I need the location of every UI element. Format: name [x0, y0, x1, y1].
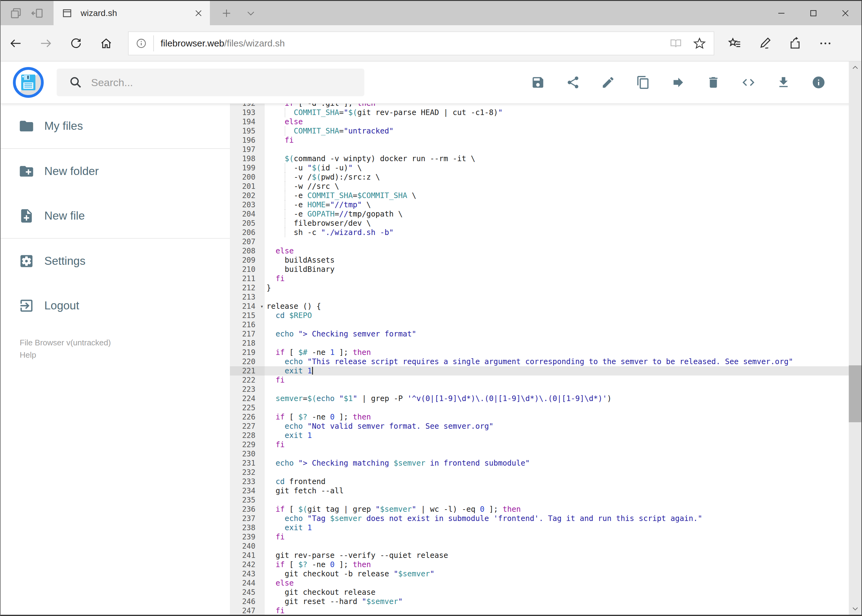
code-text[interactable]: if [ $? -ne 0 ]; then — [265, 560, 849, 569]
code-line[interactable]: 240 — [230, 542, 849, 551]
set-tabs-aside-icon[interactable] — [31, 6, 44, 20]
delete-button[interactable] — [706, 75, 720, 90]
code-text[interactable]: exit 1 — [265, 366, 849, 376]
code-text[interactable]: if [ $(git tag | grep "$semver" | wc -l)… — [265, 504, 849, 514]
code-line[interactable]: 209 buildAssets — [230, 256, 849, 265]
fold-arrow-icon[interactable]: ▾ — [260, 302, 263, 311]
code-text[interactable]: echo "> Checking semver format" — [265, 329, 849, 339]
code-line[interactable]: 196 fi — [230, 136, 849, 145]
code-line[interactable]: 217 echo "> Checking semver format" — [230, 329, 849, 339]
scrollbar-down-arrow-icon[interactable] — [849, 602, 861, 615]
tab-list-chevron-icon[interactable] — [246, 8, 256, 19]
code-editor[interactable]: 192 if [ -d .git ]; then193 COMMIT_SHA="… — [230, 104, 849, 616]
code-line[interactable]: 202 -e COMMIT_SHA=$COMMIT_SHA \ — [230, 191, 849, 200]
code-text[interactable]: echo "Not valid semver format. See semve… — [265, 422, 849, 431]
code-text[interactable] — [265, 403, 849, 412]
code-text[interactable]: git checkout release — [265, 588, 849, 597]
code-line[interactable]: 211 fi — [230, 274, 849, 283]
info-button[interactable] — [812, 75, 826, 90]
code-line[interactable]: 232 — [230, 468, 849, 477]
search-input[interactable] — [91, 77, 337, 89]
browser-tab[interactable]: wizard.sh — [54, 1, 210, 25]
sidebar-item-settings[interactable]: Settings — [1, 239, 230, 283]
code-text[interactable]: exit 1 — [265, 431, 849, 440]
code-line[interactable]: 214▾release () { — [230, 302, 849, 311]
search-box[interactable] — [57, 69, 364, 96]
code-text[interactable] — [265, 495, 849, 504]
code-text[interactable] — [265, 449, 849, 459]
code-line[interactable]: 192 if [ -d .git ]; then — [230, 104, 849, 108]
code-text[interactable] — [265, 320, 849, 329]
code-text[interactable]: echo "This release script requires a sin… — [265, 357, 849, 366]
home-button[interactable] — [91, 37, 121, 50]
code-line[interactable]: 233 cd frontend — [230, 477, 849, 486]
code-line[interactable]: 229 fi — [230, 440, 849, 449]
url-bar[interactable]: filebrowser.web/files/wizard.sh — [128, 31, 714, 55]
code-line[interactable]: 205 filebrowser/dev \ — [230, 218, 849, 228]
sidebar-item-new-file[interactable]: New file — [1, 193, 230, 238]
code-line[interactable]: 203 -e HOME="//tmp" \ — [230, 200, 849, 209]
code-line[interactable]: 236 if [ $(git tag | grep "$semver" | wc… — [230, 504, 849, 514]
code-text[interactable] — [265, 145, 849, 154]
window-maximize-button[interactable] — [797, 1, 829, 25]
scrollbar-up-arrow-icon[interactable] — [849, 61, 861, 74]
code-line[interactable]: 222 fi — [230, 376, 849, 385]
code-content[interactable]: 192 if [ -d .git ]; then193 COMMIT_SHA="… — [230, 104, 849, 615]
code-text[interactable] — [265, 292, 849, 302]
reading-view-icon[interactable] — [669, 37, 682, 50]
code-text[interactable]: fi — [265, 376, 849, 385]
code-line[interactable]: 208 else — [230, 246, 849, 256]
code-text[interactable]: git rev-parse --verify --quiet release — [265, 551, 849, 560]
code-text[interactable]: -u "$(id -u)" \ — [265, 163, 849, 173]
code-line[interactable]: 228 exit 1 — [230, 431, 849, 440]
copy-button[interactable] — [636, 75, 650, 90]
code-line[interactable]: 193 COMMIT_SHA="$(git rev-parse HEAD | c… — [230, 108, 849, 117]
code-line[interactable]: 239 fi — [230, 532, 849, 542]
code-text[interactable]: -e GOPATH=//tmp/gopath \ — [265, 209, 849, 218]
code-line[interactable]: 234 git fetch --all — [230, 486, 849, 495]
code-text[interactable]: fi — [265, 440, 849, 449]
code-text[interactable] — [265, 542, 849, 551]
site-info-icon[interactable] — [129, 38, 153, 49]
code-line[interactable]: 207 — [230, 237, 849, 246]
page-scrollbar[interactable] — [849, 61, 861, 615]
code-button[interactable] — [741, 75, 755, 90]
code-line[interactable]: 224 semver=$(echo "$1" | grep -P '^v(0|[… — [230, 394, 849, 403]
code-text[interactable] — [265, 385, 849, 394]
code-text[interactable]: fi — [265, 532, 849, 542]
share-button[interactable] — [566, 75, 580, 90]
code-line[interactable]: 230 — [230, 449, 849, 459]
more-options-icon[interactable] — [818, 36, 832, 50]
code-line[interactable]: 204 -e GOPATH=//tmp/gopath \ — [230, 209, 849, 218]
tab-close-icon[interactable] — [194, 9, 203, 18]
code-text[interactable]: exit 1 — [265, 523, 849, 532]
code-line[interactable]: 225 — [230, 403, 849, 412]
edit-button[interactable] — [601, 75, 615, 90]
code-line[interactable]: 223 — [230, 385, 849, 394]
code-line[interactable]: 206 sh -c "./wizard.sh -b" — [230, 228, 849, 237]
code-line[interactable]: 237 echo "Tag $semver does not exist in … — [230, 514, 849, 523]
code-text[interactable]: $(command -v winpty) docker run --rm -it… — [265, 154, 849, 163]
url-text[interactable]: filebrowser.web/files/wizard.sh — [161, 38, 669, 49]
app-logo[interactable] — [13, 67, 44, 98]
refresh-button[interactable] — [61, 37, 91, 50]
code-text[interactable]: if [ $? -ne 0 ]; then — [265, 412, 849, 422]
code-line[interactable]: 241 git rev-parse --verify --quiet relea… — [230, 551, 849, 560]
code-line[interactable]: 215 cd $REPO — [230, 311, 849, 320]
code-text[interactable] — [265, 237, 849, 246]
code-text[interactable]: release () { — [265, 302, 849, 311]
code-text[interactable]: fi — [265, 136, 849, 145]
code-line[interactable]: 227 echo "Not valid semver format. See s… — [230, 422, 849, 431]
code-line[interactable]: 200 -v /$(pwd):/src:z \ — [230, 173, 849, 182]
code-text[interactable]: -e COMMIT_SHA=$COMMIT_SHA \ — [265, 191, 849, 200]
code-line[interactable]: 242 if [ $? -ne 0 ]; then — [230, 560, 849, 569]
code-text[interactable]: buildAssets — [265, 256, 849, 265]
code-line[interactable]: 243 git checkout -b release "$semver" — [230, 569, 849, 578]
code-line[interactable]: 226 if [ $? -ne 0 ]; then — [230, 412, 849, 422]
sidebar-item-logout[interactable]: Logout — [1, 283, 230, 328]
code-text[interactable]: } — [265, 283, 849, 292]
code-text[interactable]: fi — [265, 606, 849, 615]
code-line[interactable]: 220 echo "This release script requires a… — [230, 357, 849, 366]
window-close-button[interactable] — [829, 1, 861, 25]
code-line[interactable]: 238 exit 1 — [230, 523, 849, 532]
